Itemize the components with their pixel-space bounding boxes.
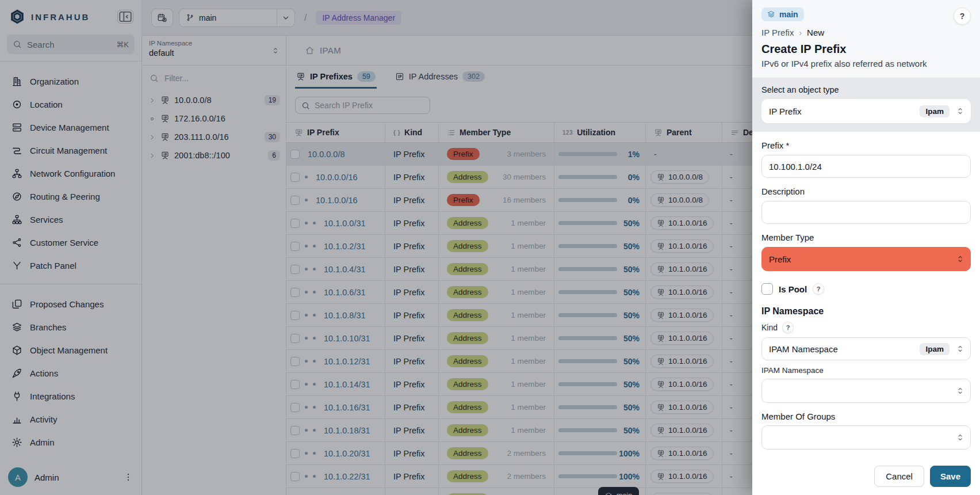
chevron-updown-icon: [955, 344, 965, 354]
drawer-header: main ? IP Prefix › New Create IP Prefix …: [752, 0, 980, 78]
object-type-value: IP Prefix: [769, 106, 801, 116]
is-pool-row: Is Pool ?: [761, 283, 971, 295]
drawer-title: Create IP Prefix: [761, 43, 971, 56]
description-field: [761, 201, 971, 224]
is-pool-label: Is Pool: [779, 284, 807, 294]
member-of-groups-select[interactable]: [761, 425, 971, 450]
drawer-branch-badge: main: [761, 7, 804, 21]
object-type-section: Select an object type IP Prefix Ipam: [752, 78, 980, 132]
member-of-groups-label: Member Of Groups: [761, 412, 971, 421]
chevron-updown-icon: [955, 254, 965, 264]
namespace-badge: Ipam: [920, 105, 950, 117]
drawer-breadcrumb: IP Prefix › New: [761, 28, 971, 37]
kind-label-row: Kind ?: [761, 322, 971, 333]
app-screen: INFRAHUB Search ⌘K OrganizationLocationD…: [0, 0, 980, 495]
chevron-updown-icon: [955, 433, 965, 443]
prefix-field-label: Prefix *: [761, 140, 971, 150]
ipam-namespace-select[interactable]: [761, 379, 971, 403]
modal-overlay[interactable]: [0, 0, 752, 495]
description-input[interactable]: [769, 208, 963, 218]
chevron-right-icon: ›: [799, 28, 802, 37]
drawer-form: Prefix * Description Member Type Prefix …: [752, 132, 980, 459]
chevron-updown-icon: [955, 386, 965, 396]
member-type-label: Member Type: [761, 233, 971, 242]
kind-value: IPAM Namespace: [769, 344, 838, 354]
layers-icon: [767, 10, 775, 18]
member-type-select[interactable]: Prefix: [761, 247, 971, 271]
kind-select[interactable]: IPAM Namespace Ipam: [761, 337, 971, 360]
namespace-badge: Ipam: [920, 343, 950, 355]
ipam-namespace-label: IPAM Namespace: [761, 366, 971, 375]
drawer-footer: Cancel Save: [752, 459, 980, 495]
save-button[interactable]: Save: [930, 466, 971, 487]
prefix-field: [761, 155, 971, 178]
member-type-value: Prefix: [769, 254, 791, 264]
chevron-updown-icon: [955, 106, 965, 116]
is-pool-checkbox[interactable]: [761, 283, 773, 295]
breadcrumb-parent[interactable]: IP Prefix: [761, 28, 794, 37]
is-pool-help-icon[interactable]: ?: [813, 283, 824, 295]
help-button[interactable]: ?: [954, 7, 971, 25]
drawer-subtitle: IPv6 or IPv4 prefix also referred as net…: [761, 59, 971, 68]
prefix-input[interactable]: [769, 162, 963, 172]
object-type-select[interactable]: IP Prefix Ipam: [761, 99, 971, 123]
kind-label: Kind: [761, 323, 778, 332]
object-type-label: Select an object type: [761, 85, 971, 94]
create-ip-prefix-drawer: main ? IP Prefix › New Create IP Prefix …: [752, 0, 980, 495]
cancel-button[interactable]: Cancel: [874, 466, 924, 487]
branch-name: main: [779, 10, 798, 19]
description-field-label: Description: [761, 186, 971, 196]
breadcrumb-current: New: [807, 28, 824, 37]
ip-namespace-section-title: IP Namespace: [761, 306, 971, 317]
kind-help-icon[interactable]: ?: [782, 322, 794, 333]
